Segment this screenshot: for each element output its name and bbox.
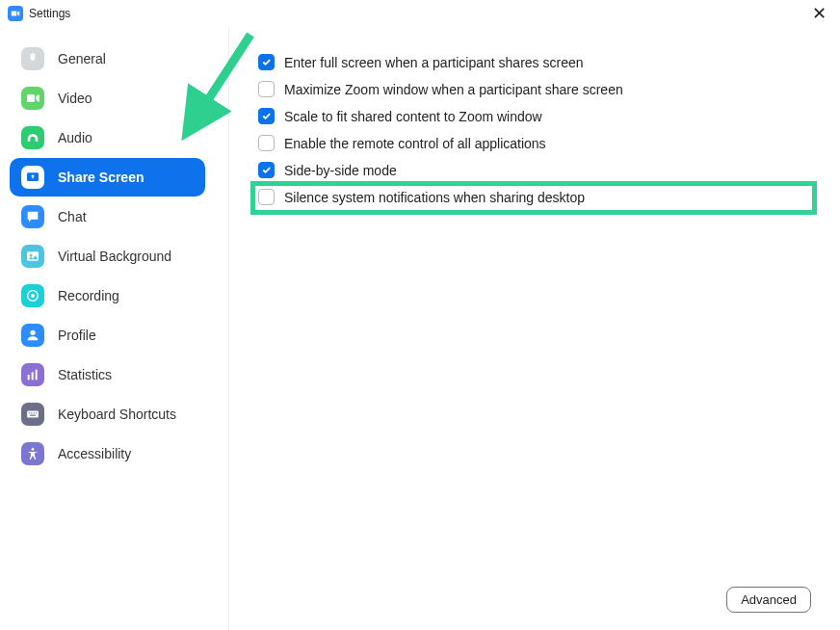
sidebar-item-label: Keyboard Shortcuts xyxy=(58,407,176,422)
checkbox[interactable] xyxy=(258,162,275,178)
chat-icon xyxy=(21,205,44,228)
sidebar-item-profile[interactable]: Profile xyxy=(10,316,205,354)
option-row: Silence system notifications when sharin… xyxy=(258,189,811,205)
svg-rect-11 xyxy=(36,370,38,381)
option-row: Enter full screen when a participant sha… xyxy=(258,54,811,70)
accessibility-icon xyxy=(21,442,44,465)
vbg-icon xyxy=(21,245,44,268)
svg-rect-13 xyxy=(29,412,30,413)
sidebar-item-stats[interactable]: Statistics xyxy=(10,355,205,394)
svg-rect-15 xyxy=(34,412,35,413)
svg-point-7 xyxy=(31,294,35,298)
svg-rect-2 xyxy=(27,94,35,102)
sidebar-item-label: Share Screen xyxy=(58,170,144,185)
option-label: Scale to fit shared content to Zoom wind… xyxy=(284,109,542,124)
close-icon[interactable]: ✕ xyxy=(808,3,830,24)
svg-rect-10 xyxy=(32,372,34,380)
checkbox[interactable] xyxy=(258,54,275,70)
checkbox[interactable] xyxy=(258,108,275,124)
option-label: Enable the remote control of all applica… xyxy=(284,136,546,151)
checkbox[interactable] xyxy=(258,189,275,205)
sidebar-item-video[interactable]: Video xyxy=(10,79,205,118)
svg-point-8 xyxy=(30,330,35,335)
checkbox[interactable] xyxy=(258,135,275,151)
stats-icon xyxy=(21,363,44,386)
option-row: Scale to fit shared content to Zoom wind… xyxy=(258,108,811,124)
audio-icon xyxy=(21,126,44,149)
sidebar-item-general[interactable]: General xyxy=(10,39,205,78)
svg-rect-17 xyxy=(30,415,36,416)
sidebar-item-label: Statistics xyxy=(58,367,112,382)
option-row: Enable the remote control of all applica… xyxy=(258,135,811,151)
sidebar-item-label: Virtual Background xyxy=(58,249,171,264)
option-label: Maximize Zoom window when a participant … xyxy=(284,82,623,97)
sidebar-item-label: Video xyxy=(58,91,92,106)
sidebar: General Video Audio Share Screen Chat Vi… xyxy=(0,27,229,630)
keyboard-icon xyxy=(21,403,44,426)
sidebar-item-label: Profile xyxy=(58,328,96,343)
svg-point-5 xyxy=(30,254,33,257)
option-label: Enter full screen when a participant sha… xyxy=(284,55,584,70)
share-icon xyxy=(21,166,44,189)
svg-rect-12 xyxy=(27,411,39,418)
advanced-button[interactable]: Advanced xyxy=(726,587,811,613)
checkbox[interactable] xyxy=(258,81,275,97)
option-row: Side-by-side mode xyxy=(258,162,811,178)
main: General Video Audio Share Screen Chat Vi… xyxy=(0,27,840,630)
titlebar-left: Settings xyxy=(8,6,70,21)
svg-rect-14 xyxy=(31,412,32,413)
option-label: Side-by-side mode xyxy=(284,163,397,178)
titlebar: Settings ✕ xyxy=(0,0,840,27)
sidebar-item-label: Chat xyxy=(58,209,87,224)
sidebar-item-recording[interactable]: Recording xyxy=(10,276,205,315)
svg-point-18 xyxy=(32,448,35,451)
svg-rect-16 xyxy=(36,412,37,413)
option-row: Maximize Zoom window when a participant … xyxy=(258,81,811,97)
window-title: Settings xyxy=(29,7,70,20)
video-icon xyxy=(21,87,44,110)
sidebar-item-chat[interactable]: Chat xyxy=(10,197,205,236)
option-label: Silence system notifications when sharin… xyxy=(284,190,585,205)
sidebar-item-share[interactable]: Share Screen xyxy=(10,158,205,197)
content-pane: Enter full screen when a participant sha… xyxy=(229,27,840,630)
profile-icon xyxy=(21,324,44,347)
svg-rect-9 xyxy=(28,375,30,380)
sidebar-item-label: Audio xyxy=(58,130,92,145)
svg-rect-0 xyxy=(12,11,16,15)
sidebar-item-vbg[interactable]: Virtual Background xyxy=(10,237,205,276)
zoom-icon xyxy=(8,6,23,21)
sidebar-item-keyboard[interactable]: Keyboard Shortcuts xyxy=(10,395,205,433)
sidebar-item-label: Recording xyxy=(58,288,119,303)
sidebar-item-label: General xyxy=(58,51,106,66)
sidebar-item-audio[interactable]: Audio xyxy=(10,118,205,157)
general-icon xyxy=(21,47,44,70)
options-list: Enter full screen when a participant sha… xyxy=(258,54,811,205)
recording-icon xyxy=(21,284,44,307)
sidebar-item-label: Accessibility xyxy=(58,446,131,461)
sidebar-item-accessibility[interactable]: Accessibility xyxy=(10,434,205,473)
